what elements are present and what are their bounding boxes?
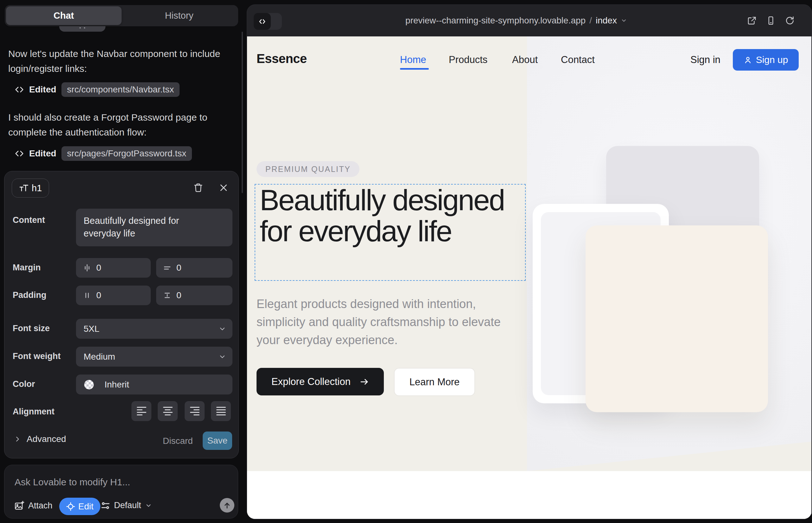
close-panel-button[interactable] bbox=[217, 181, 230, 194]
preview-page: Essence Home Products About Contact Sign… bbox=[247, 36, 811, 519]
url-separator: / bbox=[589, 16, 592, 26]
chat-message: Now let's update the Navbar component to… bbox=[8, 46, 234, 76]
arrow-up-icon bbox=[223, 501, 231, 509]
url-bar[interactable]: preview--charming-site-symphony.lovable.… bbox=[405, 5, 627, 36]
padding-x-icon bbox=[82, 291, 92, 300]
composer-input[interactable] bbox=[14, 474, 217, 490]
margin-x-icon bbox=[82, 263, 92, 273]
align-right-button[interactable] bbox=[184, 401, 205, 421]
file-chip[interactable]: src/components/Navbar.tsx bbox=[61, 82, 180, 97]
color-select[interactable]: Inherit bbox=[76, 375, 232, 395]
code-icon bbox=[15, 149, 24, 158]
font-weight-select[interactable]: Medium bbox=[76, 347, 232, 366]
edited-label: Edited bbox=[29, 148, 56, 159]
explore-collection-button[interactable]: Explore Collection bbox=[257, 368, 384, 395]
padding-y-input[interactable]: 0 bbox=[156, 286, 232, 305]
margin-x-input[interactable]: 0 bbox=[76, 258, 151, 278]
padding-label: Padding bbox=[13, 290, 47, 300]
align-justify-button[interactable] bbox=[211, 401, 231, 421]
url-host: preview--charming-site-symphony.lovable.… bbox=[405, 16, 586, 26]
hero-paragraph: Elegant products designed with intention… bbox=[257, 295, 515, 349]
align-justify-icon bbox=[216, 407, 226, 415]
align-center-button[interactable] bbox=[158, 401, 178, 421]
discard-button[interactable]: Discard bbox=[163, 436, 193, 446]
chevron-down-icon bbox=[621, 17, 627, 24]
preview-browser-window: preview--charming-site-symphony.lovable.… bbox=[247, 4, 812, 519]
color-label: Color bbox=[13, 379, 35, 389]
nav-link-contact[interactable]: Contact bbox=[561, 54, 595, 66]
tab-history[interactable]: History bbox=[122, 6, 237, 25]
margin-y-icon bbox=[162, 263, 172, 273]
align-left-icon bbox=[137, 407, 146, 415]
mobile-view-icon[interactable] bbox=[766, 16, 776, 25]
align-right-icon bbox=[190, 407, 199, 415]
content-label: Content bbox=[13, 215, 45, 225]
default-mode-selector[interactable]: Default bbox=[101, 501, 152, 510]
open-external-icon[interactable] bbox=[747, 16, 757, 25]
element-tag-badge: h1 bbox=[12, 179, 49, 198]
margin-label: Margin bbox=[13, 263, 41, 273]
attach-button[interactable]: Attach bbox=[14, 501, 53, 511]
element-tag-label: h1 bbox=[32, 183, 42, 194]
sliders-icon bbox=[101, 501, 110, 510]
hero-heading[interactable]: Beautifully designed for everyday life bbox=[260, 184, 523, 247]
advanced-toggle[interactable]: Advanced bbox=[14, 434, 66, 444]
chevron-down-icon bbox=[218, 325, 226, 333]
edited-label: Edited bbox=[29, 85, 56, 95]
premium-quality-badge: PREMIUM QUALITY bbox=[257, 161, 359, 177]
chevron-down-icon bbox=[218, 353, 226, 361]
browser-actions bbox=[747, 5, 795, 36]
nav-link-about[interactable]: About bbox=[512, 54, 538, 66]
file-chip[interactable]: src/pages/ForgotPassword.tsx bbox=[61, 146, 192, 161]
content-input[interactable]: Beautifully designed for everyday life bbox=[76, 209, 232, 246]
selected-element-outline: Beautifully designed for everyday life bbox=[254, 184, 526, 281]
close-icon bbox=[219, 183, 228, 193]
tab-chat[interactable]: Chat bbox=[6, 6, 122, 25]
attach-image-icon bbox=[14, 501, 24, 511]
trash-icon bbox=[193, 183, 203, 193]
type-icon bbox=[19, 184, 29, 193]
edited-file-row: Edited src/components/Navbar.tsx bbox=[15, 82, 180, 97]
padding-y-icon bbox=[162, 291, 172, 300]
active-nav-underline bbox=[400, 68, 429, 70]
alignment-label: Alignment bbox=[13, 407, 54, 417]
arrow-right-icon bbox=[359, 377, 369, 386]
scrolled-chip-remnant bbox=[59, 26, 105, 32]
margin-y-input[interactable]: 0 bbox=[156, 258, 232, 278]
padding-x-input[interactable]: 0 bbox=[76, 286, 151, 305]
align-left-button[interactable] bbox=[131, 401, 152, 421]
align-center-icon bbox=[163, 407, 173, 415]
decorative-card-beige bbox=[586, 226, 768, 412]
sign-in-link[interactable]: Sign in bbox=[690, 54, 721, 66]
ellipsis-dots-icon bbox=[80, 27, 85, 29]
color-swatch bbox=[84, 380, 94, 390]
below-hero-section bbox=[247, 471, 811, 519]
site-logo[interactable]: Essence bbox=[257, 52, 307, 66]
font-size-label: Font size bbox=[13, 324, 50, 333]
learn-more-button[interactable]: Learn More bbox=[394, 368, 475, 396]
url-page: index bbox=[596, 16, 617, 26]
save-button[interactable]: Save bbox=[203, 432, 232, 450]
chat-composer: Attach Edit Default bbox=[4, 465, 238, 519]
chat-message: I should also create a Forgot Password p… bbox=[8, 110, 234, 140]
element-editor-panel: h1 Content Beautifully designed for ever… bbox=[4, 171, 239, 458]
target-icon bbox=[66, 502, 75, 511]
font-weight-label: Font weight bbox=[13, 351, 60, 361]
sign-up-button[interactable]: Sign up bbox=[733, 49, 799, 71]
chat-scrollbar[interactable] bbox=[242, 32, 243, 193]
font-size-select[interactable]: 5XL bbox=[76, 319, 232, 339]
nav-link-products[interactable]: Products bbox=[449, 54, 488, 66]
chevron-right-icon bbox=[14, 436, 21, 443]
edit-mode-button[interactable]: Edit bbox=[59, 498, 100, 515]
code-icon bbox=[15, 85, 24, 94]
app-root: Chat History Now let's update the Navbar… bbox=[0, 0, 812, 523]
nav-link-home[interactable]: Home bbox=[400, 54, 426, 66]
delete-element-button[interactable] bbox=[192, 181, 205, 194]
user-icon bbox=[744, 56, 752, 64]
code-toggle-icon bbox=[258, 17, 267, 26]
refresh-icon[interactable] bbox=[785, 16, 795, 25]
send-button[interactable] bbox=[220, 498, 234, 512]
chat-history-tabs: Chat History bbox=[5, 5, 238, 26]
code-preview-toggle[interactable] bbox=[254, 13, 282, 30]
edited-file-row: Edited src/pages/ForgotPassword.tsx bbox=[15, 146, 192, 161]
